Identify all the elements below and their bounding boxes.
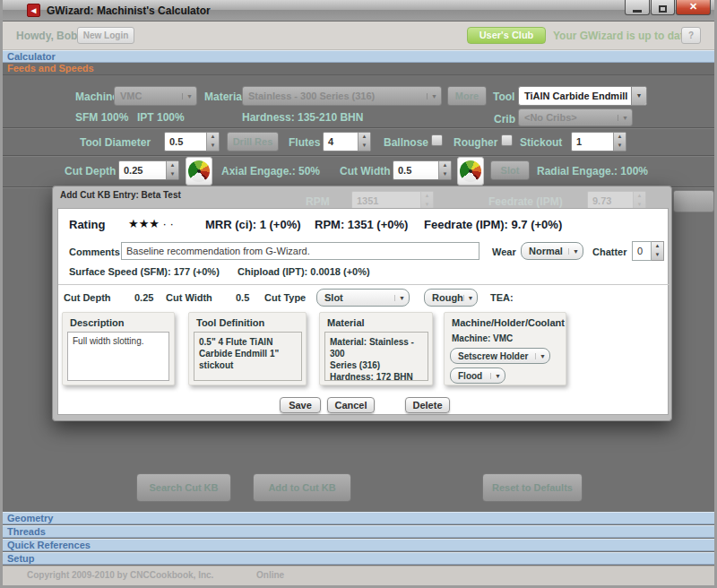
separator [0,155,717,157]
add-to-cut-kb-button[interactable]: Add to Cut KB [253,473,351,502]
cut-type-select[interactable]: Slot ▼ [316,289,410,307]
chevron-down-icon: ▼ [568,248,583,255]
stepper-icon[interactable]: ▲▼ [652,241,664,261]
tool-definition-title: Tool Definition [196,317,264,328]
chevron-down-icon: ▼ [394,295,409,301]
tab-geometry[interactable]: Geometry [0,512,717,524]
material-text: Material: Stainless - 300 Series (316) H… [324,332,428,381]
mrr-value: MRR (ci): 1 (+0%) [205,218,301,231]
maximize-button[interactable] [651,0,675,15]
help-button[interactable]: ? [681,27,701,44]
dlg-cut-depth-label: Cut Depth [64,292,111,303]
stepper-icon[interactable]: ▲▼ [438,161,451,179]
tea-label: TEA: [490,292,514,303]
close-button[interactable]: ✕ [676,0,711,15]
coolant-select[interactable]: Flood ▼ [450,368,505,384]
tool-label: Tool [493,91,514,103]
tab-feeds-and-speeds[interactable]: Feeds and Speeds [0,63,717,75]
add-cut-kb-dialog: Add Cut KB Entry: Beta Test Rating ★★★ ·… [52,186,672,421]
cut-width-label: Cut Width [340,165,391,177]
cancel-button[interactable]: Cancel [327,397,375,413]
rpm-value: RPM: 1351 (+0%) [315,218,408,231]
title-bar[interactable]: ◄ GWizard: Machinist's Calculator ✕ [0,0,717,22]
flutes-label: Flutes [289,136,320,149]
stepper-icon[interactable]: ▲▼ [206,133,219,151]
crib-select[interactable]: <No Cribs> ▼ [518,108,633,126]
slot-button[interactable]: Slot [490,160,530,180]
chevron-down-icon: ▼ [463,295,477,301]
tool-diameter-input[interactable]: 0.5 ▲▼ [164,132,220,151]
reset-to-defaults-button[interactable]: Reset to Defaults [482,473,583,502]
tool-select[interactable]: TiAlN Carbide Endmill ▼ [518,86,647,106]
tab-quick-references[interactable]: Quick References [0,539,717,551]
drill-res-button[interactable]: Drill Res [227,132,279,151]
rougher-checkbox[interactable] [501,134,513,146]
chevron-down-icon: ▼ [535,353,549,359]
dialog-title: Add Cut KB Entry: Beta Test [60,190,181,200]
cut-width-input[interactable]: 0.5 ▲▼ [393,160,452,180]
cut-depth-input[interactable]: 0.25 ▲▼ [118,160,179,180]
save-button[interactable]: Save [280,397,321,413]
chipload-text: Chipload (IPT): 0.0018 (+0%) [238,266,370,277]
tab-threads[interactable]: Threads [0,525,717,538]
chatter-input[interactable]: 0 ▲▼ [632,241,664,261]
stepper-icon[interactable]: ▲▼ [613,133,626,151]
copyright-text: Copyright 2009-2010 by CNCCookbook, Inc. [27,570,213,580]
crib-label: Crib [494,113,515,125]
wear-select[interactable]: Normal ▼ [521,242,583,260]
material-title: Material [327,317,365,328]
connection-status: Online [256,570,284,580]
rougher-label: Rougher [454,136,497,149]
stickout-label: Stickout [520,136,562,149]
rating-stars[interactable]: ★★★ · · [128,217,174,230]
ballnose-checkbox[interactable] [431,134,443,146]
separator [0,127,717,129]
machine-holder-coolant-title: Machine/Holder/Coolant [452,317,565,328]
greeting-text: Howdy, Bob! [16,30,81,42]
ballnose-label: Ballnose [384,136,428,149]
description-title: Description [70,317,125,328]
ipt-text: IPT 100% [137,111,185,124]
search-cut-kb-button[interactable]: Search Cut KB [136,473,231,502]
new-login-button[interactable]: New Login [77,27,134,44]
dlg-cut-width-label: Cut Width [166,292,212,303]
material-select[interactable]: Stainless - 300 Series (316) ▼ [242,86,442,106]
tab-setup[interactable]: Setup [0,552,717,565]
comments-label: Comments [69,246,120,257]
surface-speed-text: Surface Speed (SFM): 177 (+0%) [69,266,220,277]
flutes-input[interactable]: 4 ▲▼ [323,132,371,151]
disabled-side-button[interactable] [673,190,714,212]
more-button[interactable]: More [447,86,487,106]
dlg-cut-width-value: 0.5 [236,292,249,303]
axial-engage-text: Axial Engage.: 50% [221,165,320,177]
radial-gauge-icon [457,157,484,186]
delete-button[interactable]: Delete [405,397,450,413]
material-label: Material [204,91,245,103]
stickout-input[interactable]: 1 ▲▼ [571,132,626,151]
cut-type-label: Cut Type [264,292,306,303]
dlg-cut-depth-value: 0.25 [134,292,153,303]
divider [58,284,669,285]
description-textarea[interactable]: Full width slotting. [67,332,169,381]
tool-diameter-label: Tool Diameter [80,136,151,149]
stepper-icon[interactable]: ▲▼ [166,161,178,179]
material-group: Material Material: Stainless - 300 Serie… [319,312,433,385]
holder-select[interactable]: Setscrew Holder ▼ [450,348,550,364]
chevron-down-icon: ▼ [618,115,632,121]
finish-select[interactable]: Rough ▼ [424,289,478,307]
description-group: Description Full width slotting. [62,312,175,385]
users-club-button[interactable]: User's Club [467,27,546,44]
stars-empty-icon: · · [163,217,174,230]
tool-definition-group: Tool Definition 0.5" 4 Flute TiAlN Carbi… [188,312,307,385]
radial-engage-text: Radial Engage.: 100% [537,165,648,177]
stepper-icon[interactable]: ▲▼ [358,133,370,151]
sfm-text: SFM 100% [75,111,128,124]
minimize-button[interactable] [625,0,650,15]
machine-label: Machine [75,91,118,103]
comments-input[interactable]: Baseline recommendation from G-Wizard. [121,242,479,260]
tab-calculator[interactable]: Calculator [0,50,717,63]
chatter-label: Chatter [592,246,627,257]
app-icon: ◄ [27,4,40,17]
machine-select[interactable]: VMC ▼ [114,86,197,106]
dialog-body: Rating ★★★ · · MRR (ci): 1 (+0%) RPM: 13… [57,208,669,415]
